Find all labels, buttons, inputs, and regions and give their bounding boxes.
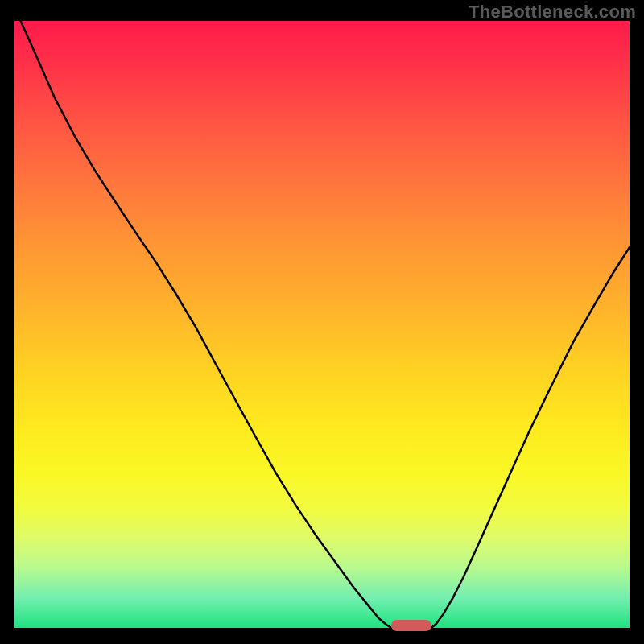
bottleneck-curve bbox=[14, 21, 630, 628]
watermark-text: TheBottleneck.com bbox=[469, 2, 636, 23]
optimal-zone-marker bbox=[391, 620, 431, 631]
plot-area bbox=[14, 21, 630, 628]
chart-frame: TheBottleneck.com bbox=[0, 0, 644, 644]
curve-left-branch bbox=[21, 21, 392, 628]
curve-right-branch bbox=[431, 247, 630, 628]
